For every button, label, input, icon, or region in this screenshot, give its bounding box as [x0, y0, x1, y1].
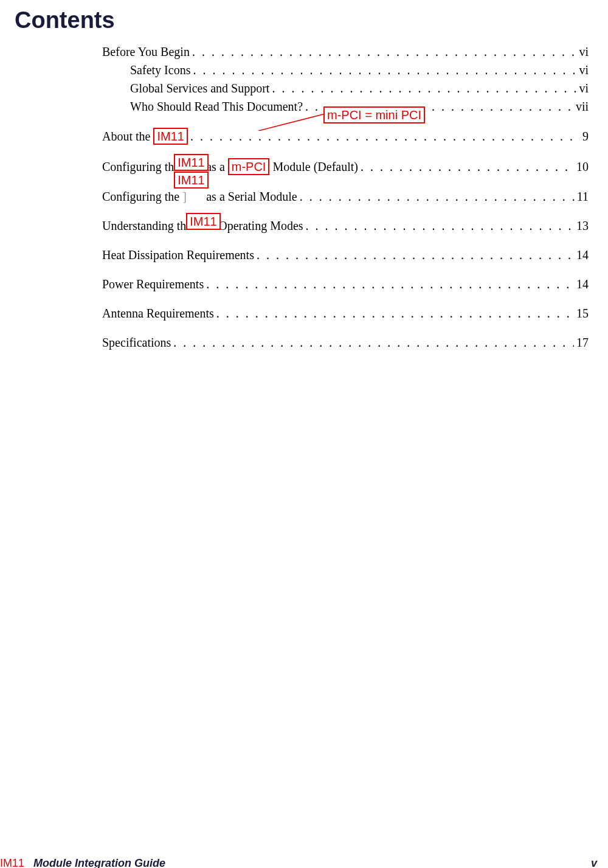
toc-entry[interactable]: Heat Dissipation Requirements. . . . . .… [102, 247, 589, 263]
toc-page-number: vi [576, 62, 589, 78]
toc-leader-dots: . . . . . . . . . . . . . . . . . . . . … [269, 80, 576, 96]
toc-entry-label: Antenna Requirements [102, 305, 214, 321]
toc-page-number: 15 [574, 305, 589, 321]
toc-page-number: 17 [574, 335, 589, 350]
toc-entry-label: Safety Icons [130, 62, 190, 78]
toc-entry[interactable]: Configuring the IM11] as a Serial Module… [102, 189, 589, 204]
svg-line-0 [258, 114, 325, 131]
toc-leader-dots: . . . . . . . . . . . . . . . . . . . . … [254, 247, 574, 263]
toc-leader-dots: . . . . . . . . . . . . . . . . . . . . … [358, 159, 574, 175]
annotation-im11: IM11 [174, 172, 208, 189]
toc-entry-label: Configuring the IM11 as a m-PCI Module (… [102, 158, 358, 175]
toc-leader-dots: . . . . . . . . . . . . . . . . . . . . … [204, 276, 574, 292]
toc-page-number: 13 [574, 218, 589, 234]
toc-leader-dots: . . . . . . . . . . . . . . . . . . . . … [303, 218, 574, 234]
toc-entry-label: Heat Dissipation Requirements [102, 247, 254, 263]
toc-entry[interactable]: Understanding the IM11 Operating Modes. … [102, 218, 589, 234]
annotation-leader-line [258, 106, 325, 131]
toc-entry[interactable]: Antenna Requirements. . . . . . . . . . … [102, 305, 589, 321]
annotation-im11: IM11 [174, 154, 208, 171]
footer-product-code: IM11 [0, 857, 24, 868]
annotation-note-box: m-PCI = mini PCI [323, 106, 425, 123]
toc-entry-label: Configuring the IM11] as a Serial Module [102, 189, 297, 204]
toc-page-number: vii [573, 99, 589, 114]
footer-doc-title-text: Module Integration Guide [33, 857, 165, 868]
toc-entry[interactable]: Before You Begin. . . . . . . . . . . . … [102, 44, 589, 60]
toc-leader-dots: . . . . . . . . . . . . . . . . . . . . … [190, 44, 577, 60]
toc-entry[interactable]: Safety Icons. . . . . . . . . . . . . . … [102, 62, 589, 78]
annotation-inline: IM11 [153, 128, 187, 145]
toc-entry-label: Power Requirements [102, 276, 204, 292]
toc-entry[interactable]: Specifications. . . . . . . . . . . . . … [102, 335, 589, 350]
toc-page-number: 10 [574, 159, 589, 175]
footer-doc-title [27, 857, 33, 868]
toc-page-number: 9 [580, 128, 589, 144]
footer-page-number: v [591, 857, 597, 868]
page-title: Contents [15, 7, 115, 33]
toc-entry[interactable]: Global Services and Support. . . . . . .… [102, 80, 589, 96]
toc-leader-dots: . . . . . . . . . . . . . . . . . . . . … [171, 335, 574, 350]
annotation-im11: IM11 [186, 213, 220, 230]
toc-page-number: vi [576, 44, 589, 60]
toc-entry[interactable]: Power Requirements. . . . . . . . . . . … [102, 276, 589, 292]
toc-page-number: 14 [574, 276, 589, 292]
toc-entry-label: Before You Begin [102, 44, 190, 60]
toc-leader-dots: . . . . . . . . . . . . . . . . . . . . … [297, 189, 575, 204]
toc-leader-dots: . . . . . . . . . . . . . . . . . . . . … [188, 128, 580, 144]
toc-entry[interactable]: About the IM11. . . . . . . . . . . . . … [102, 128, 589, 145]
toc-leader-dots: . . . . . . . . . . . . . . . . . . . . … [214, 305, 574, 321]
toc-entry-label: Specifications [102, 335, 171, 350]
toc-page-number: 11 [575, 189, 589, 204]
table-of-contents: Before You Begin. . . . . . . . . . . . … [102, 44, 589, 353]
toc-page-number: vi [576, 80, 589, 96]
toc-entry-label: About the IM11 [102, 128, 188, 145]
annotation-inline: m-PCI [228, 158, 270, 175]
toc-leader-dots: . . . . . . . . . . . . . . . . . . . . … [190, 62, 576, 78]
toc-entry-label: Global Services and Support [130, 80, 269, 96]
toc-page-number: 14 [574, 247, 589, 263]
toc-entry-label: Understanding the IM11 Operating Modes [102, 218, 303, 234]
